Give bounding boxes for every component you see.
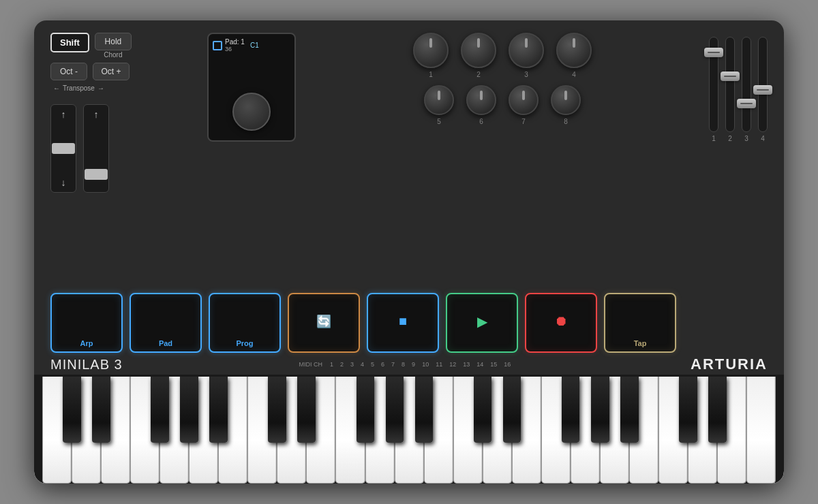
black-key-2[interactable]: [92, 377, 110, 443]
oct-plus-button[interactable]: Oct +: [93, 63, 130, 80]
knob-1[interactable]: [413, 33, 449, 68]
knob-2[interactable]: [461, 33, 496, 68]
fader-3-thumb[interactable]: [737, 99, 756, 108]
white-keys: [42, 377, 776, 484]
pad-arp[interactable]: Arp: [50, 293, 123, 353]
fader-1-thumb[interactable]: [704, 48, 723, 57]
midi-ch-4: 4: [357, 361, 367, 368]
pad-arp-label: Arp: [80, 339, 93, 347]
knob-5[interactable]: [424, 85, 454, 115]
pad-pad[interactable]: Pad: [130, 293, 202, 353]
black-key-4[interactable]: [180, 377, 198, 443]
pad-tap[interactable]: Tap: [604, 293, 676, 353]
black-key-13[interactable]: [562, 377, 580, 443]
record-icon: ⏺: [554, 313, 568, 329]
knob-3-label: 3: [524, 71, 528, 78]
knob-col-8: 8: [551, 85, 581, 125]
pitch-slider[interactable]: ↑ ↓: [50, 104, 76, 193]
knob-3[interactable]: [509, 33, 544, 68]
fader-col-3: 3: [742, 37, 751, 142]
midi-ch-8: 8: [398, 361, 408, 368]
knob-col-1: 1: [413, 33, 449, 78]
mod-thumb[interactable]: [85, 169, 108, 180]
mod-up-icon: ↑: [94, 109, 99, 120]
product-name-mini: MINI: [50, 357, 82, 372]
black-key-9[interactable]: [386, 377, 404, 443]
faders-section: 1 2 3 4: [709, 33, 768, 142]
midi-ch-14: 14: [473, 361, 487, 368]
black-key-14[interactable]: [591, 377, 609, 443]
midi-ch-1: 1: [327, 361, 337, 368]
shift-hold-row: Shift Hold Chord: [50, 33, 200, 59]
display-screen: Pad: 1 36 C1: [207, 33, 296, 142]
pad-stop[interactable]: ■: [367, 293, 439, 353]
bottom-bar: MINILAB 3 MIDI CH 1 2 3 4 5 6 7 8 9 10 1…: [34, 353, 784, 375]
fader-3-track: [742, 37, 751, 132]
black-key-8[interactable]: [357, 377, 375, 443]
fader-4-thumb[interactable]: [753, 85, 772, 95]
screen-note: C1: [250, 42, 259, 49]
pitch-thumb[interactable]: [52, 143, 75, 154]
knob-col-7: 7: [509, 85, 539, 125]
mod-slider[interactable]: ↑: [83, 104, 109, 193]
pad-play[interactable]: ▶: [446, 293, 518, 353]
midi-ch-5: 5: [367, 361, 378, 368]
transpose-right-arrow: →: [97, 84, 104, 92]
fader-2-thumb[interactable]: [721, 72, 740, 81]
black-key-7[interactable]: [297, 377, 316, 443]
minilab3-controller: Shift Hold Chord Oct - Oct + ← Transpose…: [34, 20, 784, 484]
midi-ch-12: 12: [446, 361, 459, 368]
white-key-25[interactable]: [746, 377, 776, 484]
fader-2-track: [725, 37, 735, 132]
knob-2-label: 2: [476, 71, 481, 78]
transpose-row: ← Transpose →: [50, 84, 200, 92]
black-key-5[interactable]: [209, 377, 228, 443]
midi-ch-11: 11: [432, 361, 446, 368]
oct-minus-button[interactable]: Oct -: [50, 63, 87, 80]
knob-7-label: 7: [521, 118, 526, 125]
hold-button[interactable]: Hold: [95, 33, 132, 50]
knob-7[interactable]: [509, 85, 539, 115]
knob-1-label: 1: [429, 71, 433, 78]
pad-tap-label: Tap: [634, 339, 647, 347]
black-key-16[interactable]: [679, 377, 697, 443]
black-key-10[interactable]: [415, 377, 434, 443]
black-key-15[interactable]: [620, 377, 639, 443]
knob-4-label: 4: [572, 71, 576, 78]
black-key-6[interactable]: [268, 377, 286, 443]
pad-pad-label: Pad: [159, 339, 172, 347]
screen-encoder-knob[interactable]: [232, 93, 271, 131]
pitch-mod-section: ↑ ↓ ↑: [50, 104, 187, 193]
fader-col-2: 2: [725, 37, 735, 142]
product-name-lab: LAB: [82, 357, 110, 372]
transpose-left-arrow: ←: [53, 84, 60, 92]
knob-4[interactable]: [556, 33, 592, 68]
product-name: MINILAB 3: [50, 357, 123, 373]
black-key-3[interactable]: [151, 377, 169, 443]
knob-6[interactable]: [466, 85, 496, 115]
shift-button[interactable]: Shift: [50, 33, 89, 52]
black-key-17[interactable]: [708, 377, 727, 443]
loop-icon: 🔄: [316, 314, 331, 329]
screen-pad-icon: [213, 41, 222, 50]
top-panel: Shift Hold Chord Oct - Oct + ← Transpose…: [34, 20, 784, 286]
knob-col-3: 3: [509, 33, 544, 78]
knob-8[interactable]: [551, 85, 581, 115]
black-key-1[interactable]: [63, 377, 81, 443]
midi-ch-16: 16: [500, 361, 514, 368]
brand-name: ARTURIA: [691, 356, 768, 373]
knobs-row-1: 1 2 3 4: [413, 33, 592, 78]
midi-ch-7: 7: [388, 361, 398, 368]
pads-section: Arp Pad Prog 🔄 ■ ▶ ⏺ Tap: [34, 286, 784, 353]
knob-col-5: 5: [424, 85, 454, 125]
pad-record[interactable]: ⏺: [525, 293, 597, 353]
midi-ch-15: 15: [487, 361, 500, 368]
pad-prog[interactable]: Prog: [209, 293, 281, 353]
black-key-12[interactable]: [503, 377, 521, 443]
screen-pad-num: 36: [225, 46, 245, 52]
black-key-11[interactable]: [474, 377, 492, 443]
hold-col: Hold Chord: [95, 33, 132, 59]
pad-loop[interactable]: 🔄: [288, 293, 360, 353]
left-controls: Shift Hold Chord Oct - Oct + ← Transpose…: [50, 33, 200, 193]
fader-1-label: 1: [712, 135, 716, 142]
